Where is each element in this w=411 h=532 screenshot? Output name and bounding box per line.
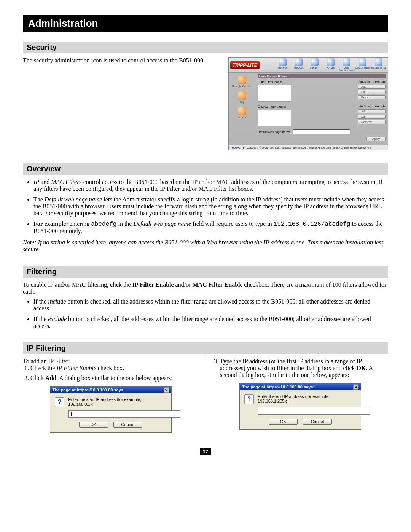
filtering-intro: To enable IP and/or MAC filtering, click…: [23, 281, 388, 295]
security-intro-text: The security administration icon is used…: [23, 57, 221, 64]
filtering-section: To enable IP and/or MAC filtering, click…: [23, 281, 388, 329]
dialog-prompt-end: Enter the end IP address (for example, 1…: [258, 394, 356, 403]
dialog-ok-button[interactable]: OK: [79, 422, 108, 428]
ip-add-button[interactable]: Add: [358, 85, 386, 89]
overview-section: IP and MAC Filters control access to the…: [23, 179, 388, 253]
filtering-bullet-include: If the include button is checked, all th…: [33, 298, 388, 312]
app-footer: TRIPP·LITE Copyright © 2008 Tripp Lite. …: [229, 145, 388, 150]
app-sidebar: Remote Console Log Logout: [229, 73, 255, 145]
nav-security[interactable]: Security: [307, 58, 322, 72]
ip-exclude-radio[interactable]: ○ exclude: [372, 80, 386, 83]
panel-title: User Station Filters: [258, 74, 386, 78]
nav-anms[interactable]: ANMS: [323, 58, 338, 72]
dialog-start-ip: The page at https://10.0.100.80 says: ✕ …: [50, 386, 172, 433]
dialog-title-text: The page at https://10.0.100.80 says:: [53, 388, 125, 392]
mac-exclude-radio[interactable]: ○ exclude: [372, 105, 386, 108]
ip-filtering-right: Type the IP address (or the first IP add…: [206, 358, 388, 433]
heading-filtering: Filtering: [23, 266, 388, 278]
side-logout[interactable]: Logout: [229, 107, 255, 119]
log-icon: [238, 91, 246, 100]
dialog2-ok-button[interactable]: OK: [269, 419, 298, 425]
nav-custom[interactable]: Customization: [355, 58, 370, 72]
security-intro: The security administration icon is used…: [23, 57, 221, 66]
question-icon: ?: [244, 394, 254, 404]
ip-filter-block: ☐ IP Filter Enable ○ include ○ exclude A…: [258, 80, 386, 102]
dialog-cancel-button[interactable]: Cancel: [113, 422, 142, 428]
footer-brand: TRIPP·LITE: [230, 146, 245, 149]
app-topnav: General Network Security ANMS User Manag…: [275, 58, 386, 72]
mac-include-radio[interactable]: ○ include: [358, 105, 370, 108]
dialog-close-button[interactable]: ✕: [164, 387, 169, 393]
filtering-bullet-exclude: If the exclude button is checked, all th…: [33, 316, 388, 329]
brand-logo: TRIPP·LITE: [230, 61, 260, 69]
default-page-row: Default web page name:: [258, 129, 386, 134]
logout-icon: [238, 107, 246, 115]
overview-bullet-3: For example: entering abcdefg in the Def…: [33, 220, 388, 235]
side-remote-console[interactable]: Remote Console: [229, 76, 255, 88]
dialog-prompt-start: Enter the start IP address (for example,…: [68, 397, 166, 406]
mac-remove-button[interactable]: Remove: [358, 120, 386, 124]
ip-include-radio[interactable]: ○ include: [358, 80, 370, 83]
apply-button[interactable]: Apply: [366, 137, 386, 141]
heading-ip-filtering: IP Filtering: [23, 342, 388, 354]
nav-general-icon: [279, 58, 287, 66]
ip-filter-listbox[interactable]: [258, 85, 291, 102]
ip-remove-button[interactable]: Remove: [358, 95, 386, 99]
page-title-bar: Administration: [23, 15, 388, 32]
security-row: The security administration icon is used…: [23, 57, 388, 150]
ip-filtering-left: To add an IP Filter: Check the IP Filter…: [23, 358, 206, 433]
nav-general[interactable]: General: [275, 58, 290, 72]
heading-security: Security: [23, 42, 388, 53]
page-number: 17: [23, 448, 388, 455]
overview-bullet-2: The Default web page name lets the Admin…: [33, 196, 388, 217]
nav-usermgmt-icon: [343, 58, 350, 66]
footer-text: Copyright © 2008 Tripp Lite. All rights …: [247, 146, 372, 149]
overview-bullet-1: IP and MAC Filters control access to the…: [33, 179, 388, 192]
app-body: Remote Console Log Logout User Station F…: [229, 73, 388, 145]
question-icon: ?: [55, 397, 65, 407]
nav-network-icon: [295, 58, 303, 66]
heading-overview: Overview: [23, 163, 388, 175]
dialog2-titlebar: The page at https://10.0.100.80 says: ✕: [240, 383, 361, 390]
dialog-input-start[interactable]: [68, 410, 180, 418]
default-page-label: Default web page name:: [258, 130, 291, 134]
page-title: Administration: [28, 18, 98, 29]
dialog2-close-button[interactable]: ✕: [353, 384, 358, 390]
mac-filter-block: ☐ MAC Filter Enable ○ include ○ exclude …: [258, 105, 386, 126]
app-topbar: TRIPP·LITE General Network Security ANMS…: [229, 58, 388, 73]
dialog-end-ip: The page at https://10.0.100.80 says: ✕ …: [239, 383, 361, 430]
side-log[interactable]: Log: [229, 91, 255, 103]
mac-filter-listbox[interactable]: [258, 110, 291, 126]
remote-console-icon: [238, 76, 246, 84]
ip-filtering-columns: To add an IP Filter: Check the IP Filter…: [23, 358, 388, 433]
ipfilter-step-1: Check the IP Filter Enable check box.: [30, 365, 198, 372]
mac-edit-button[interactable]: Edit: [358, 115, 386, 119]
admin-screenshot: TRIPP·LITE General Network Security ANMS…: [228, 57, 388, 150]
nav-custom-icon: [359, 58, 366, 66]
mac-add-button[interactable]: Add: [358, 109, 386, 113]
ipfilter-step-2: Click Add. A dialog box similar to the o…: [30, 375, 198, 382]
nav-maint-icon: [375, 58, 382, 66]
nav-usermgmt[interactable]: User Management: [339, 58, 354, 72]
nav-network[interactable]: Network: [291, 58, 306, 72]
ipfilter-step-3: Type the IP address (or the first IP add…: [220, 358, 388, 379]
nav-security-icon: [311, 58, 319, 66]
nav-anms-icon: [327, 58, 335, 66]
default-page-input[interactable]: [293, 129, 350, 134]
app-main: User Station Filters ☐ IP Filter Enable …: [255, 73, 388, 145]
dialog2-cancel-button[interactable]: Cancel: [303, 419, 332, 425]
dialog-input-end[interactable]: [258, 407, 370, 415]
ip-edit-button[interactable]: Edit: [358, 90, 386, 94]
ip-filter-enable[interactable]: ☐ IP Filter Enable: [258, 80, 282, 84]
nav-maint[interactable]: Maintenance: [371, 58, 386, 72]
overview-note: Note: If no string is specified here, an…: [23, 239, 388, 253]
mac-filter-enable[interactable]: ☐ MAC Filter Enable: [258, 105, 286, 109]
ipfilter-left-intro: To add an IP Filter:: [23, 358, 198, 365]
dialog2-title-text: The page at https://10.0.100.80 says:: [242, 385, 314, 389]
dialog-titlebar: The page at https://10.0.100.80 says: ✕: [50, 387, 171, 393]
